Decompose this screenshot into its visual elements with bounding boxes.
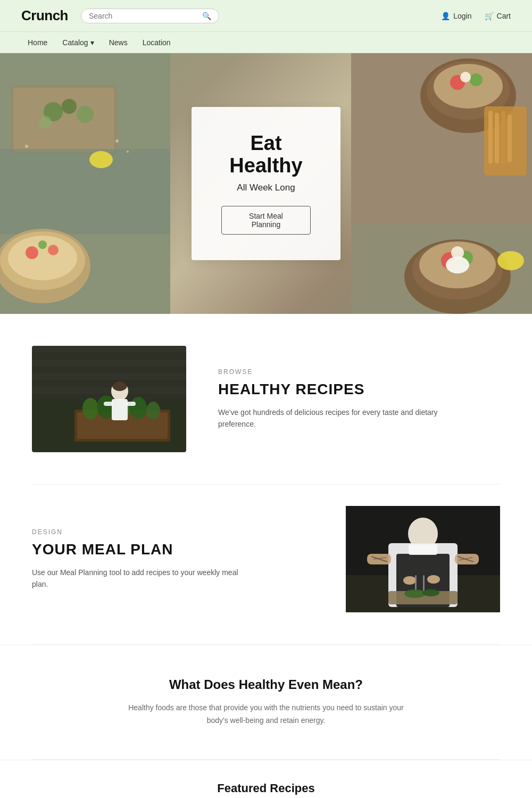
browse-text: We've got hundreds of delicious recipes …: [218, 406, 442, 430]
svg-rect-40: [32, 346, 186, 352]
info-text: Healthy foods are those that provide you…: [128, 702, 404, 727]
nav-item-news[interactable]: News: [103, 35, 134, 50]
svg-rect-46: [32, 387, 186, 394]
hero-section: Eat Healthy All Week Long Start Meal Pla…: [0, 53, 532, 314]
svg-point-21: [434, 64, 503, 109]
hero-title: Eat Healthy: [221, 132, 311, 177]
design-heading: YOUR MEAL PLAN: [32, 541, 314, 558]
svg-rect-42: [32, 360, 186, 366]
svg-rect-41: [32, 353, 186, 359]
svg-rect-3: [0, 149, 170, 234]
svg-point-13: [127, 151, 129, 153]
svg-rect-45: [32, 380, 186, 387]
svg-point-24: [460, 72, 471, 82]
hero-food-left: [0, 53, 170, 314]
svg-rect-44: [32, 373, 186, 380]
svg-rect-71: [409, 544, 437, 555]
svg-point-10: [89, 151, 113, 168]
header: Crunch 🔍 👤 Login 🛒 Cart: [0, 0, 532, 32]
nav: Home Catalog ▾ News Location: [0, 32, 532, 53]
hero-food-right: [351, 53, 532, 314]
svg-point-78: [422, 589, 439, 596]
cart-icon: 🛒: [485, 12, 494, 20]
svg-rect-27: [495, 113, 499, 163]
hero-background: Eat Healthy All Week Long Start Meal Pla…: [0, 53, 532, 314]
hero-card: Eat Healthy All Week Long Start Meal Pla…: [192, 107, 340, 260]
design-section: DESIGN YOUR MEAL PLAN Use our Meal Plann…: [0, 485, 532, 644]
header-right: 👤 Login 🛒 Cart: [441, 12, 511, 20]
nav-item-home[interactable]: Home: [21, 35, 54, 50]
svg-point-9: [39, 116, 52, 129]
search-input[interactable]: [89, 12, 198, 20]
chevron-down-icon: ▾: [90, 38, 94, 47]
featured-heading: Featured Recipes: [32, 782, 500, 795]
nav-item-location[interactable]: Location: [136, 35, 177, 50]
svg-point-54: [146, 402, 160, 420]
cart-label: Cart: [497, 12, 511, 20]
design-content: DESIGN YOUR MEAL PLAN Use our Meal Plann…: [32, 528, 314, 591]
svg-rect-26: [488, 111, 493, 164]
search-icon: 🔍: [202, 12, 211, 20]
svg-rect-56: [112, 399, 128, 420]
svg-rect-28: [501, 111, 505, 164]
chef-cooking-svg: [346, 506, 500, 612]
svg-point-72: [403, 576, 416, 585]
svg-point-7: [62, 99, 77, 114]
browse-content: BROWSE HEALTHY RECIPES We've got hundred…: [218, 368, 442, 430]
login-button[interactable]: 👤 Login: [441, 12, 471, 20]
chef-garden-image: [32, 346, 186, 452]
hero-subtitle: All Week Long: [221, 182, 311, 193]
svg-rect-43: [32, 367, 186, 373]
svg-point-73: [427, 575, 440, 584]
design-label: DESIGN: [32, 528, 314, 536]
info-heading: What Does Healthy Even Mean?: [43, 677, 489, 692]
svg-point-50: [82, 398, 98, 419]
svg-point-8: [77, 106, 94, 123]
svg-point-59: [112, 380, 127, 391]
chef-cooking-image: [346, 506, 500, 612]
svg-point-38: [446, 256, 469, 273]
svg-rect-57: [104, 402, 113, 406]
login-label: Login: [453, 12, 471, 20]
svg-rect-29: [508, 114, 512, 162]
user-icon: 👤: [441, 12, 450, 20]
browse-label: BROWSE: [218, 368, 442, 376]
svg-point-15: [26, 246, 38, 259]
featured-section: Featured Recipes: [0, 760, 532, 798]
browse-section: BROWSE HEALTHY RECIPES We've got hundred…: [0, 314, 532, 484]
svg-point-16: [48, 245, 59, 255]
logo: Crunch: [21, 7, 68, 24]
chef-garden-svg: [32, 346, 186, 452]
start-meal-planning-button[interactable]: Start Meal Planning: [221, 206, 311, 235]
info-section: What Does Healthy Even Mean? Healthy foo…: [0, 645, 532, 759]
search-bar: 🔍: [81, 9, 219, 23]
cart-button[interactable]: 🛒 Cart: [485, 12, 511, 20]
svg-point-77: [404, 589, 426, 598]
svg-rect-58: [126, 402, 136, 406]
svg-point-53: [130, 397, 147, 419]
svg-point-23: [470, 73, 483, 86]
design-text: Use our Meal Planning tool to add recipe…: [32, 567, 255, 591]
browse-heading: HEALTHY RECIPES: [218, 381, 442, 398]
svg-point-11: [25, 145, 28, 148]
nav-item-catalog[interactable]: Catalog ▾: [56, 35, 100, 50]
svg-point-37: [497, 251, 524, 270]
svg-rect-2: [13, 88, 114, 152]
svg-point-12: [115, 139, 119, 143]
svg-point-17: [38, 240, 47, 249]
